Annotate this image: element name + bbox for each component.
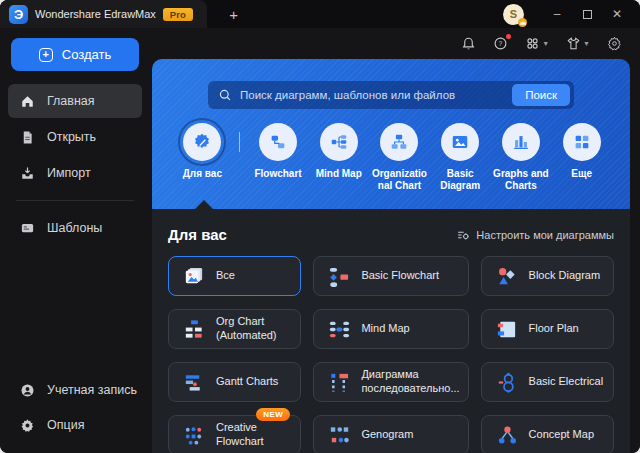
sidebar-item-options[interactable]: Опция bbox=[8, 408, 142, 442]
sidebar-item-home[interactable]: Главная bbox=[8, 84, 142, 118]
sidebar-item-label: Опция bbox=[47, 418, 84, 432]
card-label: Gantt Charts bbox=[216, 375, 278, 389]
category-basic-diagram[interactable]: Basic Diagram bbox=[432, 121, 489, 192]
plus-icon: + bbox=[39, 48, 53, 62]
help-icon[interactable]: ? bbox=[493, 36, 508, 51]
maximize-button[interactable] bbox=[572, 0, 602, 28]
avatar[interactable]: S bbox=[503, 4, 524, 25]
genogram-icon bbox=[327, 424, 350, 447]
sequence-diagram-icon bbox=[327, 371, 350, 394]
flowchart-icon bbox=[259, 123, 297, 161]
sidebar-item-label: Открыть bbox=[47, 130, 96, 144]
category-label: Organizational Chart bbox=[371, 168, 428, 192]
app-title: Wondershare EdrawMax bbox=[35, 8, 156, 20]
create-button[interactable]: + Создать bbox=[11, 38, 139, 71]
sidebar-item-account[interactable]: Учетная запись bbox=[8, 373, 142, 407]
category-label: Еще bbox=[571, 168, 592, 180]
main-panel: Поиск Для вас bbox=[152, 59, 630, 453]
search-input[interactable] bbox=[240, 89, 512, 101]
electrical-icon bbox=[495, 371, 518, 394]
sidebar-item-templates[interactable]: Шаблоны bbox=[8, 211, 142, 245]
card-gantt-charts[interactable]: Gantt Charts bbox=[168, 362, 301, 402]
card-genogram[interactable]: Genogram bbox=[313, 415, 468, 453]
card-org-chart-automated[interactable]: Org Chart (Automated) bbox=[168, 309, 301, 349]
theme-icon[interactable]: ▼ bbox=[566, 36, 590, 51]
notification-dot bbox=[506, 34, 511, 39]
category-label: Flowchart bbox=[254, 168, 301, 180]
open-file-icon bbox=[20, 130, 35, 145]
card-block-diagram[interactable]: Block Diagram bbox=[481, 256, 614, 296]
new-tab-button[interactable]: + bbox=[223, 6, 245, 23]
card-label: Диаграмма последовательно... bbox=[361, 368, 459, 396]
avatar-letter: S bbox=[510, 8, 517, 20]
minimize-button[interactable]: – bbox=[542, 0, 572, 28]
document-tab[interactable]: Э Wondershare EdrawMax Pro bbox=[0, 0, 207, 28]
search-icon bbox=[218, 88, 232, 102]
svg-text:?: ? bbox=[499, 40, 503, 47]
customize-link-label: Настроить мои диаграммы bbox=[476, 229, 614, 241]
category-label: Basic Diagram bbox=[432, 168, 489, 192]
card-label: Block Diagram bbox=[529, 269, 601, 283]
customize-diagrams-link[interactable]: Настроить мои диаграммы bbox=[456, 228, 614, 242]
sidebar-item-label: Главная bbox=[47, 94, 95, 108]
card-sequence-diagram[interactable]: Диаграмма последовательно... bbox=[313, 362, 468, 402]
creative-flowchart-icon bbox=[182, 424, 205, 447]
app-window: Э Wondershare EdrawMax Pro + S – ✕ + Соз… bbox=[0, 0, 640, 453]
card-label: Basic Electrical bbox=[529, 375, 604, 389]
category-for-you[interactable]: Для вас bbox=[174, 121, 231, 180]
search-box: Поиск bbox=[208, 81, 574, 109]
sidebar-item-label: Импорт bbox=[47, 166, 91, 180]
sidebar-item-open[interactable]: Открыть bbox=[8, 120, 142, 154]
close-button[interactable]: ✕ bbox=[602, 0, 632, 28]
home-icon bbox=[20, 94, 35, 109]
workspace-icon[interactable]: ▼ bbox=[525, 36, 549, 51]
chevron-down-icon: ▼ bbox=[542, 40, 549, 47]
edrawmax-logo-icon: Э bbox=[9, 5, 28, 24]
org-chart-icon bbox=[182, 318, 205, 341]
sidebar-divider bbox=[16, 200, 134, 201]
card-label: Все bbox=[216, 269, 235, 283]
top-toolbar: ? ▼ ▼ bbox=[150, 28, 640, 59]
card-label: Org Chart (Automated) bbox=[216, 315, 292, 343]
basic-diagram-icon bbox=[441, 123, 479, 161]
card-basic-electrical[interactable]: Basic Electrical bbox=[481, 362, 614, 402]
settings-icon[interactable] bbox=[607, 36, 622, 51]
sidebar-item-label: Учетная запись bbox=[47, 383, 137, 397]
category-divider bbox=[239, 132, 240, 152]
card-floor-plan[interactable]: Floor Plan bbox=[481, 309, 614, 349]
chevron-down-icon: ▼ bbox=[583, 40, 590, 47]
gear-icon bbox=[20, 418, 35, 433]
category-org-chart[interactable]: Organizational Chart bbox=[371, 121, 428, 192]
orgchart-icon bbox=[380, 123, 418, 161]
sidebar-item-import[interactable]: Импорт bbox=[8, 156, 142, 190]
basic-flowchart-icon bbox=[327, 265, 350, 288]
templates-section: Для вас Настроить мои диаграммы Все bbox=[152, 209, 630, 453]
card-all[interactable]: Все bbox=[168, 256, 301, 296]
for-you-icon bbox=[183, 123, 221, 161]
sidebar: + Создать Главная Открыть Импорт Шаблоны bbox=[0, 28, 150, 453]
section-title: Для вас bbox=[168, 226, 227, 243]
block-diagram-icon bbox=[495, 265, 518, 288]
concept-map-icon bbox=[495, 424, 518, 447]
card-mind-map[interactable]: Mind Map bbox=[313, 309, 468, 349]
card-basic-flowchart[interactable]: Basic Flowchart bbox=[313, 256, 468, 296]
category-graphs-charts[interactable]: Graphs and Charts bbox=[493, 121, 550, 192]
sidebar-footer: Учетная запись Опция bbox=[0, 372, 150, 453]
titlebar: Э Wondershare EdrawMax Pro + S – ✕ bbox=[0, 0, 640, 28]
import-icon bbox=[20, 166, 35, 181]
category-mind-map[interactable]: Mind Map bbox=[310, 121, 367, 180]
mind-map-icon bbox=[327, 318, 350, 341]
more-grid-icon bbox=[563, 123, 601, 161]
card-concept-map[interactable]: Concept Map bbox=[481, 415, 614, 453]
crown-badge-icon bbox=[518, 18, 527, 27]
selected-category-notch bbox=[194, 200, 214, 210]
category-more[interactable]: Еще bbox=[553, 121, 610, 180]
card-creative-flowchart[interactable]: NEW Creative Flowchart bbox=[168, 415, 301, 453]
account-icon bbox=[20, 383, 35, 398]
category-flowchart[interactable]: Flowchart bbox=[250, 121, 307, 180]
bell-icon[interactable] bbox=[461, 36, 476, 51]
search-button[interactable]: Поиск bbox=[512, 84, 570, 106]
category-label: Graphs and Charts bbox=[493, 168, 550, 192]
category-row: Для вас Flowchart bbox=[152, 109, 630, 192]
card-label: Basic Flowchart bbox=[361, 269, 439, 283]
